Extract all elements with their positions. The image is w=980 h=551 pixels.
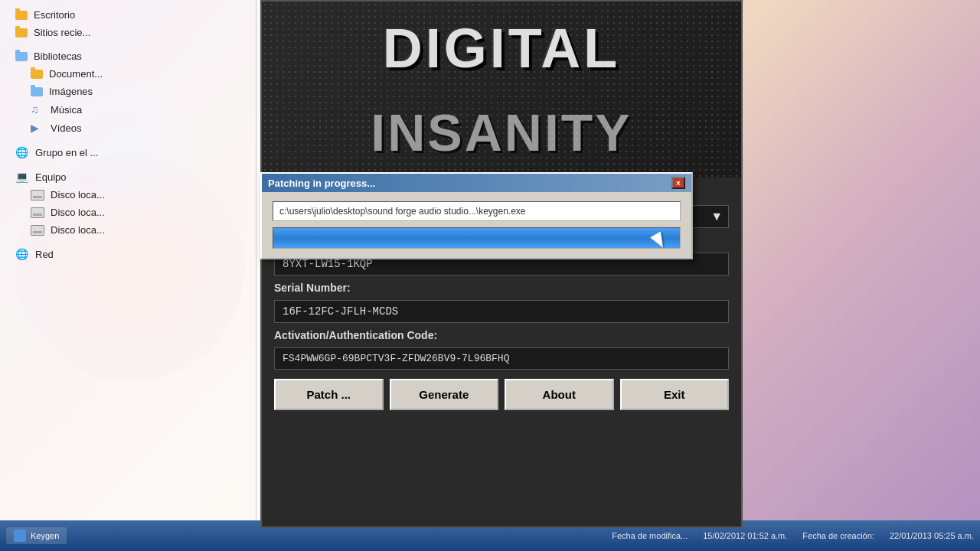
folder-icon <box>15 11 28 20</box>
sidebar-item-label: Equipo <box>35 171 66 183</box>
network-icon: 🌐 <box>15 248 29 260</box>
buttons-row: Patch ... Generate About Exit <box>274 379 729 410</box>
progress-bar-container <box>273 227 681 249</box>
date-modified-label: Fecha de modifica... <box>612 531 688 540</box>
section-gap <box>0 137 256 143</box>
patch-button[interactable]: Patch ... <box>274 379 384 410</box>
folder-special-icon <box>15 52 28 61</box>
sidebar-item-grupo[interactable]: 🌐 Grupo en el ... <box>0 143 256 161</box>
digital-text: DIGITAL <box>262 17 741 80</box>
sidebar-item-disco3[interactable]: Disco loca... <box>0 221 256 239</box>
folder-special-icon <box>31 87 43 96</box>
serial-number-value[interactable]: 16F-12FC-JFLH-MCDS <box>274 300 729 323</box>
sidebar-item-sitios[interactable]: Sitios recie... <box>0 24 256 41</box>
taskbar-app-keygen[interactable]: Keygen <box>6 527 67 544</box>
sidebar-item-label: Imágenes <box>49 86 93 97</box>
sidebar-item-label: Música <box>51 104 82 116</box>
exit-button[interactable]: Exit <box>620 379 730 410</box>
date-created-value: 22/01/2013 05:25 a.m. <box>890 531 974 540</box>
sidebar-item-label: Bibliotecas <box>34 51 82 62</box>
sidebar-item-documentos[interactable]: Document... <box>0 65 256 83</box>
section-gap <box>0 239 256 245</box>
progress-dialog-body: c:\users\julio\desktop\sound forge audio… <box>262 192 691 258</box>
sidebar-item-label: Sitios recie... <box>34 27 90 38</box>
video-icon: ▶ <box>31 122 44 134</box>
sidebar-item-label: Document... <box>49 68 103 80</box>
sidebar-item-label: Disco loca... <box>51 189 105 201</box>
date-created-label: Fecha de creación: <box>802 531 874 540</box>
sidebar-item-disco1[interactable]: Disco loca... <box>0 186 256 204</box>
music-icon: ♫ <box>31 103 44 116</box>
sidebar-item-escritorio[interactable]: Escritorio <box>0 6 256 24</box>
sidebar-item-label: Disco loca... <box>51 207 105 218</box>
activation-code-value[interactable]: FS4PWW6GP-69BPCTV3F-ZFDW26BV9-7L96BFHQ <box>274 347 729 370</box>
sidebar-item-bibliotecas[interactable]: Bibliotecas <box>0 47 256 65</box>
progress-dialog: Patching in progress... × c:\users\julio… <box>260 172 693 259</box>
app-icon <box>14 530 26 542</box>
drive-icon <box>31 225 44 236</box>
sidebar-item-label: Escritorio <box>34 9 75 21</box>
serial-number-label: Serial Number: <box>274 282 729 294</box>
date-modified-value: 15/02/2012 01:52 a.m. <box>703 531 787 540</box>
drive-icon <box>31 207 44 218</box>
progress-path: c:\users\julio\desktop\sound forge audio… <box>273 201 681 221</box>
sidebar-item-musica[interactable]: ♫ Música <box>0 100 256 119</box>
window-controls: × <box>671 177 685 189</box>
drive-icon <box>31 190 44 201</box>
generate-button[interactable]: Generate <box>390 379 499 410</box>
section-gap <box>0 161 256 168</box>
sidebar-item-label: Red <box>35 249 54 260</box>
sidebar-item-label: Vídeos <box>51 122 81 134</box>
file-explorer-sidebar: Escritorio Sitios recie... Bibliotecas D… <box>0 0 256 520</box>
sidebar-item-videos[interactable]: ▶ Vídeos <box>0 119 256 137</box>
sidebar-item-disco2[interactable]: Disco loca... <box>0 204 256 221</box>
sidebar-item-equipo[interactable]: 💻 Equipo <box>0 168 256 186</box>
network-icon: 🌐 <box>15 146 29 158</box>
progress-dialog-title: Patching in progress... <box>268 178 375 189</box>
progress-bar-fill <box>273 228 680 248</box>
keygen-header-image: DIGITAL INSANITY <box>262 2 741 178</box>
insanity-text: INSANITY <box>262 103 741 162</box>
taskbar-info: Fecha de modifica... 15/02/2012 01:52 a.… <box>612 531 974 540</box>
folder-icon <box>31 70 43 79</box>
progress-dialog-titlebar: Patching in progress... × <box>262 174 691 192</box>
folder-icon <box>15 28 28 37</box>
sidebar-item-label: Disco loca... <box>51 224 105 236</box>
sidebar-item-label: Grupo en el ... <box>35 147 98 158</box>
sidebar-item-imagenes[interactable]: Imágenes <box>0 83 256 100</box>
taskbar-app-label: Keygen <box>31 531 59 540</box>
about-button[interactable]: About <box>505 379 614 410</box>
progress-close-button[interactable]: × <box>671 177 685 189</box>
computer-icon: 💻 <box>15 171 29 183</box>
activation-code-label: Activation/Authentication Code: <box>274 329 729 341</box>
keygen-window: DIGITAL INSANITY Product Name: Sound For… <box>260 0 743 528</box>
section-gap <box>0 41 256 47</box>
sidebar-item-red[interactable]: 🌐 Red <box>0 245 256 263</box>
